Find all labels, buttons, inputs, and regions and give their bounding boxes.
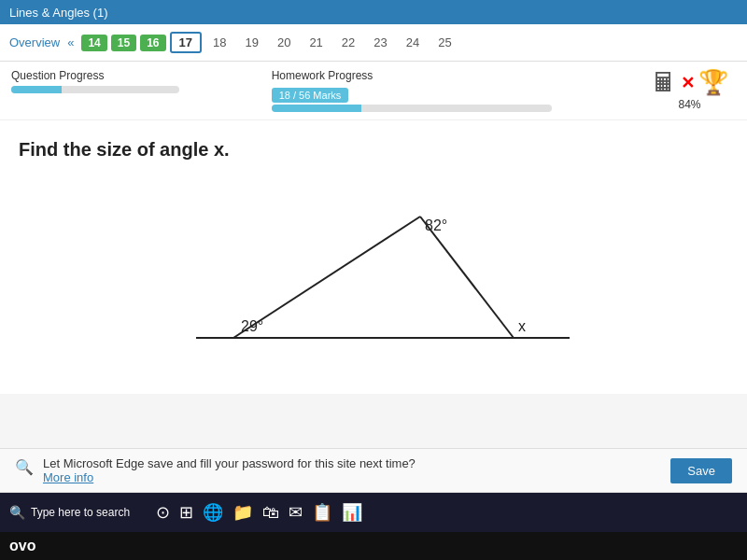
password-icon: 🔍 (15, 458, 34, 476)
icons-row: 🖩 ✕ 🏆 (651, 67, 728, 98)
search-text[interactable]: Type here to search (31, 506, 130, 519)
question-text: Find the size of angle x. (19, 139, 728, 161)
question-progress-label: Question Progress (11, 69, 244, 82)
password-bar-message: Let Microsoft Edge save and fill your pa… (43, 456, 661, 470)
nav-tab-25[interactable]: 25 (430, 34, 458, 51)
nav-tab-24[interactable]: 24 (399, 34, 427, 51)
taskbar-store-icon[interactable]: 🛍 (262, 503, 279, 523)
taskbar-app2-icon[interactable]: 📊 (342, 502, 362, 523)
password-bar: 🔍 Let Microsoft Edge save and fill your … (0, 448, 747, 493)
taskbar-grid-icon[interactable]: ⊞ (179, 502, 193, 523)
homework-progress-fill (272, 105, 361, 112)
nav-tab-18[interactable]: 18 (205, 34, 233, 51)
angle-top-label: 82° (425, 217, 447, 233)
search-icon: 🔍 (9, 505, 25, 520)
angle-right-label: x (518, 318, 526, 334)
main-content: Overview « 14 15 16 17 18 19 20 21 22 23… (0, 24, 747, 463)
title-bar: Lines & Angles (1) (0, 0, 747, 24)
nav-tab-19[interactable]: 19 (237, 34, 265, 51)
triangle-svg: 82° 29° x (140, 179, 607, 385)
taskbar-edge-icon[interactable]: 🌐 (203, 502, 223, 523)
nav-tab-21[interactable]: 21 (302, 34, 330, 51)
trophy-icon: 🏆 (698, 68, 728, 97)
question-progress-bar (11, 86, 179, 93)
percent-label: 84% (678, 98, 700, 111)
overview-tab[interactable]: Overview (9, 35, 60, 49)
angle-left-label: 29° (241, 318, 263, 334)
homework-progress-bar (272, 105, 552, 112)
red-x-icon: ✕ (681, 73, 695, 93)
nav-tab-15[interactable]: 15 (111, 35, 136, 51)
nav-tab-23[interactable]: 23 (366, 34, 394, 51)
question-progress-fill (11, 86, 62, 93)
password-bar-text-area: Let Microsoft Edge save and fill your pa… (43, 456, 661, 484)
homework-marks-badge: 18 / 56 Marks (272, 88, 349, 103)
triangle-container: 82° 29° x (19, 179, 728, 385)
calculator-icon[interactable]: 🖩 (651, 67, 677, 98)
progress-area: Question Progress Homework Progress 18 /… (0, 62, 747, 120)
nav-tab-16[interactable]: 16 (140, 35, 165, 51)
nav-tabs: Overview « 14 15 16 17 18 19 20 21 22 23… (0, 24, 747, 62)
taskbar-mail-icon[interactable]: ✉ (289, 502, 303, 523)
svg-line-2 (420, 217, 514, 338)
nav-tab-14[interactable]: 14 (81, 35, 106, 51)
icons-area: 🖩 ✕ 🏆 84% (651, 67, 728, 111)
search-area: 🔍 Type here to search (9, 505, 130, 520)
taskbar-app1-icon[interactable]: 📋 (312, 502, 332, 523)
nav-tab-22[interactable]: 22 (334, 34, 362, 51)
more-info-link[interactable]: More info (43, 470, 93, 484)
taskbar-start-icon[interactable]: ⊙ (156, 502, 170, 523)
question-area: Find the size of angle x. 82° 29° x (0, 120, 747, 394)
save-button[interactable]: Save (670, 458, 732, 483)
taskbar-icons: ⊙ ⊞ 🌐 📁 🛍 ✉ 📋 📊 (156, 502, 362, 523)
brand-label: ovo (9, 538, 35, 554)
taskbar-folder-icon[interactable]: 📁 (233, 502, 253, 523)
nav-tab-17-active[interactable]: 17 (170, 32, 202, 53)
nav-arrow: « (67, 35, 74, 49)
taskbar: 🔍 Type here to search ⊙ ⊞ 🌐 📁 🛍 ✉ 📋 📊 (0, 493, 747, 532)
brand-bar: ovo (0, 532, 747, 560)
question-progress-section: Question Progress (11, 69, 244, 93)
title-label: Lines & Angles (1) (9, 6, 108, 20)
nav-tab-20[interactable]: 20 (270, 34, 298, 51)
